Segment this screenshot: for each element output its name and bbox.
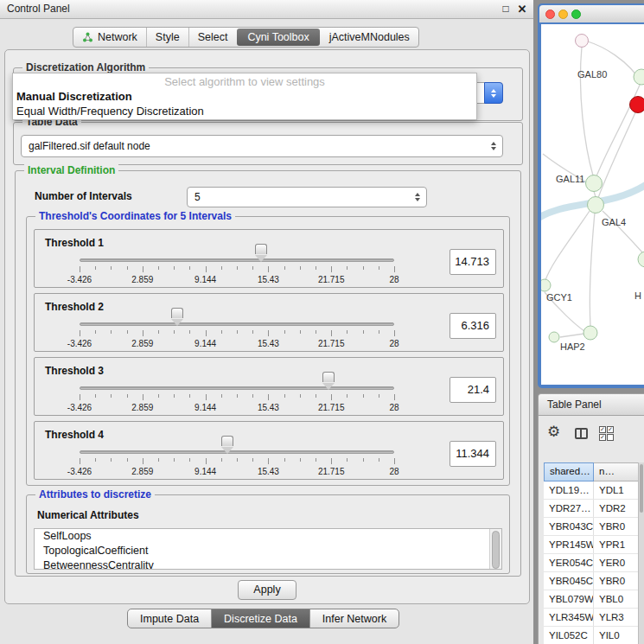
threshold-slider[interactable]: -3.426 2.859 9.144 15.43 21.715 28: [80, 358, 394, 417]
network-node[interactable]: [583, 326, 597, 340]
slider-thumb[interactable]: [322, 372, 335, 382]
table-cell[interactable]: YLR345W: [544, 609, 594, 626]
gear-icon[interactable]: ⚙: [547, 423, 560, 441]
list-scrollbar-thumb[interactable]: [492, 531, 500, 569]
popup-item-equal-width-frequency[interactable]: Equal Width/Frequency Discretization: [13, 104, 476, 118]
table-cell[interactable]: YDL1: [594, 481, 639, 499]
table-cell[interactable]: YER0: [594, 554, 639, 571]
ruler-tick: [252, 330, 253, 334]
table-cell[interactable]: YBL079W: [544, 590, 594, 608]
popup-item-manual-discretization[interactable]: Manual Discretization: [13, 89, 476, 104]
ruler-tick: [111, 458, 112, 462]
number-of-intervals-value: 5: [188, 191, 411, 203]
tab-network[interactable]: Network: [73, 28, 146, 47]
list-item[interactable]: BetweennessCentrality: [35, 558, 501, 570]
slider-track[interactable]: [80, 258, 394, 262]
table-cell[interactable]: YDR27…: [544, 500, 594, 517]
ruler-tick: [80, 394, 80, 400]
slider-track[interactable]: [80, 450, 394, 454]
table-cell[interactable]: YBR045C: [544, 572, 594, 590]
table-cell[interactable]: YER054C: [544, 554, 594, 571]
network-node[interactable]: [634, 69, 644, 85]
threshold-value-field[interactable]: 11.344: [450, 441, 496, 467]
table-data-select[interactable]: galFiltered.sif default node: [21, 135, 503, 157]
zoom-traffic-light-button[interactable]: [571, 10, 581, 19]
ruler-tick: [221, 458, 222, 462]
tab-impute-data[interactable]: Impute Data: [128, 609, 211, 628]
ruler-tick: [80, 458, 80, 464]
table-cell[interactable]: YDR2: [594, 500, 639, 517]
table-panel-titlebar[interactable]: Table Panel: [538, 393, 644, 416]
table-cell[interactable]: YLR3: [594, 609, 639, 626]
threshold-slider[interactable]: -3.426 2.859 9.144 15.43 21.715 28: [80, 294, 394, 353]
list-item[interactable]: TopologicalCoefficient: [35, 544, 501, 558]
table-cell[interactable]: YPR1: [594, 536, 639, 553]
tab-cyni-toolbox[interactable]: Cyni Toolbox: [237, 29, 319, 46]
network-node[interactable]: [586, 175, 603, 192]
ruler-tick: [95, 266, 96, 270]
ruler-tick: [284, 266, 285, 270]
tab-discretize-data[interactable]: Discretize Data: [211, 609, 309, 628]
minimize-traffic-light-button[interactable]: [558, 10, 568, 19]
threshold-slider[interactable]: -3.426 2.859 9.144 15.43 21.715 28: [80, 422, 394, 481]
tab-select[interactable]: Select: [188, 28, 237, 47]
column-header-shared-name[interactable]: shared…: [544, 462, 594, 481]
table-cell[interactable]: YBR043C: [544, 518, 594, 535]
window-minimize-button[interactable]: □: [499, 0, 513, 18]
column-visibility-icon[interactable]: ✓ ✓ ✓: [599, 426, 614, 441]
list-item[interactable]: SelfLoops: [35, 529, 501, 544]
column-layout-icon[interactable]: [575, 428, 588, 439]
network-node[interactable]: [541, 279, 551, 291]
threshold-slider[interactable]: -3.426 2.859 9.144 15.43 21.715 28: [80, 230, 394, 289]
table-cell[interactable]: YIL0: [594, 627, 639, 644]
table-cell[interactable]: YBR0: [594, 572, 639, 590]
slider-thumb[interactable]: [171, 308, 183, 318]
ruler-tick: [300, 266, 301, 270]
threshold-value-field[interactable]: 6.316: [450, 313, 496, 339]
table-cell[interactable]: YDL19…: [544, 481, 594, 499]
network-node[interactable]: [549, 332, 559, 342]
list-scrollbar[interactable]: [489, 529, 501, 569]
threshold-value-field[interactable]: 14.713: [450, 249, 496, 275]
slider-thumb[interactable]: [255, 244, 267, 254]
slider-thumb[interactable]: [221, 436, 233, 446]
slider-track[interactable]: [80, 386, 394, 390]
table-cell[interactable]: YIL052C: [544, 627, 594, 644]
ruler-tick: [237, 394, 238, 398]
ruler-tick: [394, 330, 395, 336]
network-node[interactable]: [638, 252, 644, 267]
ruler-tick: [331, 330, 332, 336]
tab-style-label: Style: [156, 31, 180, 43]
column-header-name[interactable]: n…: [594, 462, 639, 481]
network-graph[interactable]: GAL80 GAL11 GAL4 GCY1 HAP2 H: [541, 24, 644, 385]
ruler-tick: [189, 394, 190, 398]
node-label-partial: H: [634, 290, 641, 301]
network-node[interactable]: [588, 197, 604, 214]
tab-jactivemnodules[interactable]: jActiveMNodules: [321, 28, 418, 47]
window-close-button[interactable]: ✕: [515, 0, 529, 18]
table-scrollbar[interactable]: [638, 462, 644, 644]
ruler-tick: [252, 266, 253, 270]
tab-infer-network[interactable]: Infer Network: [309, 609, 399, 628]
network-node[interactable]: [576, 35, 589, 48]
table-row: YPR145W YPR1: [544, 536, 639, 554]
network-canvas[interactable]: GAL80 GAL11 GAL4 GCY1 HAP2 H: [541, 24, 644, 385]
tab-style[interactable]: Style: [146, 28, 188, 47]
apply-button[interactable]: Apply: [238, 580, 296, 600]
table-cell[interactable]: YBR0: [594, 518, 639, 535]
table-cell[interactable]: YPR145W: [544, 536, 594, 553]
table-row: YBR043C YBR0: [544, 518, 639, 536]
threshold-value-field[interactable]: 21.4: [450, 377, 496, 403]
selected-network-node[interactable]: [630, 97, 644, 113]
number-of-intervals-select[interactable]: 5: [187, 187, 427, 207]
close-traffic-light-button[interactable]: [545, 10, 555, 19]
table-cell[interactable]: YBL0: [594, 590, 639, 608]
ruler-tick: [221, 266, 222, 270]
slider-track[interactable]: [80, 322, 394, 326]
network-icon: [82, 32, 93, 42]
table-scrollbar-thumb[interactable]: [640, 464, 643, 513]
table-panel-body: ⚙ ✓ ✓ ✓ shared… n… YDL19… YDL1 YDR27… YD…: [538, 416, 644, 644]
popup-item-hint[interactable]: Select algorithm to view settings: [13, 74, 476, 89]
ruler-tick: [284, 458, 285, 462]
scale-label: 2.859: [131, 467, 153, 476]
